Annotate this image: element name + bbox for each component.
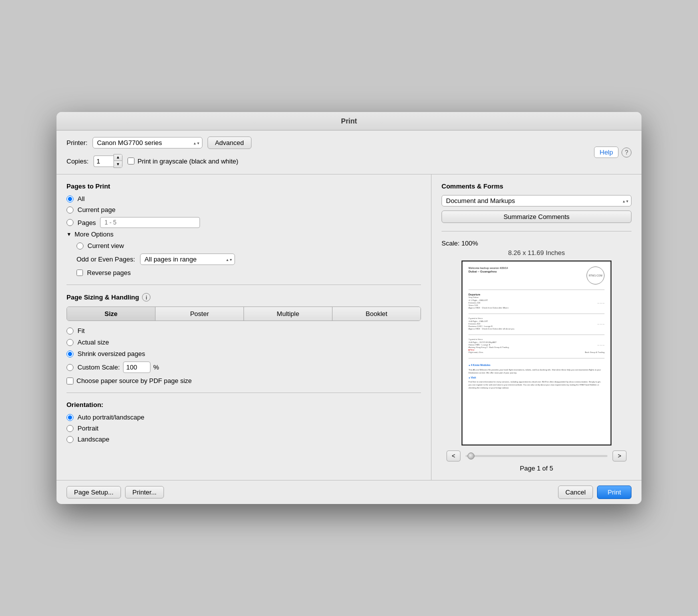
orientation-section: Orientation: Auto portrait/landscape Por… (66, 401, 421, 443)
preview-section-2: 2 guest in this a ✈ A-Flight – EML/LRT E… (468, 317, 604, 330)
radio-all[interactable]: All (66, 195, 421, 202)
dialog-title: Print (341, 117, 357, 125)
grayscale-checkbox[interactable] (128, 158, 134, 164)
preview-nav-row: < > (442, 450, 632, 462)
grayscale-label[interactable]: Print in grayscale (black and white) (128, 158, 238, 165)
radio-current-input[interactable] (66, 206, 74, 214)
bottom-right-buttons: Cancel Print (558, 486, 632, 499)
pages-radio-group: All Current page Pages (66, 195, 421, 228)
radio-custom[interactable]: Custom Scale: (66, 364, 120, 371)
printer-select[interactable]: Canon MG7700 series (92, 137, 202, 148)
odd-even-select[interactable]: All pages in range Odd pages only Even p… (140, 254, 235, 265)
radio-fit-label: Fit (78, 327, 84, 334)
preview-logo: RTW1·COM (586, 266, 604, 284)
radio-landscape[interactable]: Landscape (66, 436, 421, 443)
copies-row: Copies: ▲ ▼ Print in grayscale (black an… (66, 154, 252, 168)
print-button[interactable]: Print (597, 486, 632, 499)
radio-auto-label: Auto portrait/landscape (78, 414, 144, 421)
radio-auto-input[interactable] (66, 414, 74, 421)
help-circle-icon[interactable]: ? (622, 148, 632, 158)
radio-shrink-label: Shrink oversized pages (78, 350, 145, 358)
tab-booklet[interactable]: Booklet (332, 307, 420, 320)
radio-portrait-label: Portrait (78, 424, 98, 432)
top-section: Printer: Canon MG7700 series Advanced Co… (56, 130, 642, 174)
radio-current[interactable]: Current page (66, 206, 421, 214)
radio-auto[interactable]: Auto portrait/landscape (66, 414, 421, 421)
odd-even-select-wrapper[interactable]: All pages in range Odd pages only Even p… (140, 254, 235, 265)
more-options-label: More Options (74, 230, 114, 238)
copies-down[interactable]: ▼ (114, 161, 122, 168)
radio-current-view-input[interactable] (76, 242, 84, 250)
more-options-triangle: ▼ (66, 232, 72, 237)
tab-multiple[interactable]: Multiple (244, 307, 332, 320)
preview-title-text: Welcome backup session 4/30/14 Dubai – G… (468, 266, 508, 273)
comments-dropdown-row: Document and Markups Document Document a… (442, 195, 632, 206)
pages-range-input[interactable] (100, 217, 200, 228)
radio-portrait-input[interactable] (66, 425, 74, 432)
radio-actual-input[interactable] (66, 339, 74, 346)
page-sizing-section: Page Sizing & Handling i Size Poster Mul… (66, 293, 421, 384)
cancel-button[interactable]: Cancel (558, 486, 593, 499)
pages-to-print-title: Pages to Print (66, 182, 421, 190)
copies-stepper[interactable]: ▲ ▼ (114, 154, 122, 168)
top-left-group: Printer: Canon MG7700 series Advanced Co… (66, 136, 252, 168)
copies-input[interactable] (94, 156, 114, 167)
percent-label: % (154, 364, 160, 371)
reverse-pages-row: Reverse pages (76, 269, 421, 276)
radio-pages-input[interactable] (66, 219, 74, 226)
advanced-button[interactable]: Advanced (208, 136, 252, 149)
radio-landscape-label: Landscape (78, 436, 110, 443)
radio-landscape-input[interactable] (66, 436, 74, 443)
grayscale-text: Print in grayscale (black and white) (138, 158, 238, 165)
radio-current-view[interactable]: Current view (76, 242, 421, 250)
radio-actual[interactable]: Actual size (66, 338, 421, 346)
preview-content: Welcome backup session 4/30/14 Dubai – G… (462, 262, 610, 444)
more-options-toggle[interactable]: ▼ More Options (66, 230, 421, 238)
next-page-button[interactable]: > (612, 450, 626, 462)
paper-size: 8.26 x 11.69 Inches (442, 249, 632, 256)
comments-forms-section: Comments & Forms Document and Markups Do… (442, 182, 632, 223)
dialog-titlebar: Print (56, 112, 642, 130)
radio-custom-input[interactable] (66, 364, 74, 371)
paper-source-checkbox[interactable] (66, 378, 74, 384)
comments-select[interactable]: Document and Markups Document Document a… (442, 195, 632, 206)
radio-all-input[interactable] (66, 196, 74, 202)
radio-fit-input[interactable] (66, 328, 74, 334)
reverse-pages-checkbox[interactable] (76, 270, 83, 276)
radio-pages-label: Pages (78, 219, 96, 226)
preview-line-1 (468, 290, 604, 290)
paper-source-checkbox-label[interactable]: Choose paper source by PDF page size (66, 377, 421, 384)
prev-page-button[interactable]: < (446, 450, 460, 462)
preview-line-2 (468, 314, 604, 314)
preview-section-3: 1 guest in this a ✈ A-Flight – GUT/11/5/… (468, 338, 604, 354)
tab-poster[interactable]: Poster (156, 307, 244, 320)
custom-scale-row: Custom Scale: % (66, 362, 421, 373)
radio-fit[interactable]: Fit (66, 327, 421, 334)
radio-current-view-label: Current view (88, 242, 124, 250)
printer-select-wrapper[interactable]: Canon MG7700 series (92, 137, 202, 148)
copies-up[interactable]: ▲ (114, 154, 122, 161)
page-slider[interactable] (466, 455, 608, 457)
scale-info: Scale: 100% (442, 240, 632, 247)
paper-source-label: Choose paper source by PDF page size (76, 377, 192, 384)
radio-shrink-input[interactable] (66, 350, 74, 358)
help-button[interactable]: Help (594, 146, 618, 158)
comments-select-wrapper[interactable]: Document and Markups Document Document a… (442, 195, 632, 206)
radio-portrait[interactable]: Portrait (66, 424, 421, 432)
preview-footer: ● 4 Know Modules This All-one Welcome Ki… (468, 364, 604, 390)
info-icon[interactable]: i (142, 293, 150, 302)
tab-size[interactable]: Size (67, 307, 156, 320)
preview-header: Welcome backup session 4/30/14 Dubai – G… (468, 266, 604, 284)
radio-shrink[interactable]: Shrink oversized pages (66, 350, 421, 358)
printer-button[interactable]: Printer... (125, 486, 164, 498)
page-setup-button[interactable]: Page Setup... (66, 486, 121, 498)
summarize-comments-button[interactable]: Summarize Comments (442, 210, 632, 223)
sizing-options: Fit Actual size Shrink oversized pages C… (66, 327, 421, 384)
sizing-header: Page Sizing & Handling i (66, 293, 421, 302)
bottom-left-buttons: Page Setup... Printer... (66, 486, 164, 498)
custom-scale-input[interactable] (123, 362, 150, 373)
orientation-radio-group: Auto portrait/landscape Portrait Landsca… (66, 414, 421, 443)
preview-line-4 (468, 358, 604, 358)
radio-pages[interactable]: Pages (66, 217, 421, 228)
radio-all-label: All (78, 195, 84, 202)
